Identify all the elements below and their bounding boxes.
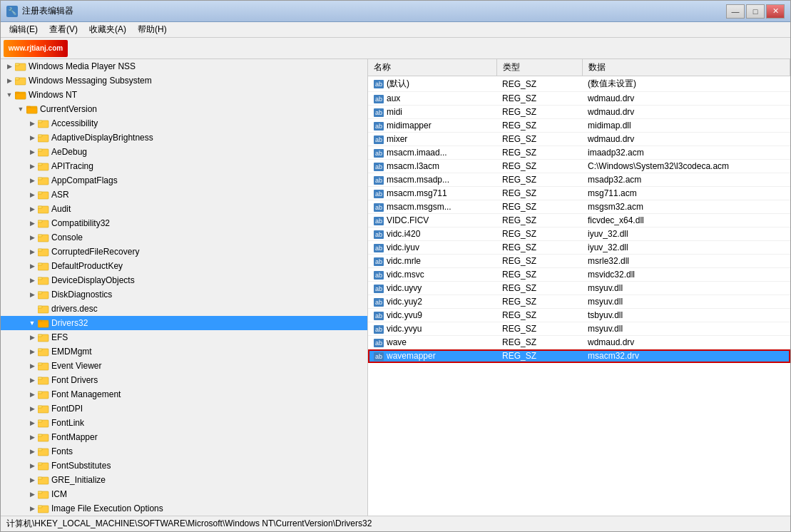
tree-item-windows-nt[interactable]: ▼ Windows NT: [1, 88, 367, 102]
folder-icon: [15, 90, 26, 100]
tree-expander[interactable]: ▶: [26, 488, 38, 500]
tree-item-fontdpi[interactable]: ▶ FontDPI: [1, 401, 367, 416]
tree-expander[interactable]: ▶: [26, 203, 38, 215]
tree-item-disk-diagnostics[interactable]: ▶ DiskDiagnostics: [1, 287, 367, 302]
tree-expander[interactable]: ▶: [4, 61, 15, 72]
tree-item-icm[interactable]: ▶ ICM: [1, 487, 367, 501]
table-row[interactable]: abvidc.iyuvREG_SZiyuv_32.dll: [368, 241, 790, 255]
menu-edit[interactable]: 编辑(E): [4, 22, 44, 37]
tree-expander[interactable]: ▶: [26, 118, 38, 129]
tree-item-asr[interactable]: ▶ ASR: [1, 188, 367, 202]
tree-expander[interactable]: ▶: [26, 417, 38, 429]
tree-expander[interactable]: ▶: [4, 75, 15, 86]
reg-type-cell: REG_SZ: [496, 214, 582, 227]
tree-item-messaging-subsystem[interactable]: ▶ Windows Messaging Subsystem: [1, 73, 367, 88]
table-row[interactable]: abmsacm.msg711REG_SZmsg711.acm: [368, 187, 790, 200]
tree-expander[interactable]: ▶: [26, 189, 38, 200]
tree-expander[interactable]: ▶: [26, 474, 38, 486]
table-row[interactable]: abmidiREG_SZwdmaud.drv: [368, 106, 790, 119]
tree-item-font-drivers[interactable]: ▶ Font Drivers: [1, 373, 367, 387]
tree-item-adaptive-display[interactable]: ▶ AdaptiveDisplayBrightness: [1, 131, 367, 145]
table-row[interactable]: abvidc.i420REG_SZiyuv_32.dll: [368, 227, 790, 241]
tree-expander[interactable]: ▼: [4, 89, 15, 101]
tree-label: AdaptiveDisplayBrightness: [51, 133, 153, 143]
tree-expander[interactable]: ▶: [26, 275, 38, 286]
reg-name-cell: abvidc.msvc: [368, 268, 496, 282]
tree-item-compatibility32[interactable]: ▶ Compatibility32: [1, 216, 367, 230]
tree-item-drivers-desc[interactable]: drivers.desc: [1, 302, 367, 316]
table-row[interactable]: abvidc.yvu9REG_SZtsbyuv.dll: [368, 309, 790, 322]
tree-item-media-player-nss[interactable]: ▶ Windows Media Player NSS: [1, 59, 367, 73]
tree-expander[interactable]: ▶: [26, 232, 38, 243]
table-row[interactable]: abwaveREG_SZwdmaud.drv: [368, 336, 790, 349]
tree-item-fonts[interactable]: ▶ Fonts: [1, 444, 367, 459]
tree-expander[interactable]: ▶: [26, 446, 38, 457]
tree-expander[interactable]: ▶: [26, 260, 38, 272]
tree-expander[interactable]: ▶: [26, 389, 38, 400]
tree-item-accessibility[interactable]: ▶ Accessibility: [1, 116, 367, 131]
table-row[interactable]: abvidc.msvcREG_SZmsvidc32.dll: [368, 268, 790, 282]
table-row[interactable]: abmixerREG_SZwdmaud.drv: [368, 133, 790, 146]
tree-item-ae-debug[interactable]: ▶ AeDebug: [1, 145, 367, 159]
tree-expander[interactable]: ▼: [15, 103, 26, 115]
tree-item-audit[interactable]: ▶ Audit: [1, 202, 367, 216]
tree-expander[interactable]: [26, 303, 38, 314]
tree-expander[interactable]: ▶: [26, 346, 38, 357]
table-row[interactable]: abmidimapperREG_SZmidimap.dll: [368, 119, 790, 133]
tree-expander[interactable]: ▶: [26, 175, 38, 186]
tree-item-appcompat-flags[interactable]: ▶ AppCompatFlags: [1, 173, 367, 188]
tree-item-console[interactable]: ▶ Console: [1, 230, 367, 245]
tree-item-fontsubstitutes[interactable]: ▶ FontSubstitutes: [1, 459, 367, 473]
tree-item-default-product-key[interactable]: ▶ DefaultProductKey: [1, 259, 367, 273]
table-row[interactable]: abwavemapperREG_SZmsacm32.drv: [368, 349, 790, 363]
table-row[interactable]: abvidc.mrleREG_SZmsrle32.dll: [368, 255, 790, 268]
table-row[interactable]: abVIDC.FICVREG_SZficvdec_x64.dll: [368, 214, 790, 227]
tree-item-event-viewer[interactable]: ▶ Event Viewer: [1, 359, 367, 373]
tree-expander[interactable]: ▶: [26, 460, 38, 471]
tree-expander[interactable]: ▶: [26, 132, 38, 143]
maximize-button[interactable]: □: [746, 4, 765, 19]
tree-item-current-version[interactable]: ▼ CurrentVersion: [1, 102, 367, 116]
tree-item-fontmapper[interactable]: ▶ FontMapper: [1, 430, 367, 444]
tree-expander[interactable]: ▶: [26, 289, 38, 300]
tree-expander[interactable]: ▶: [26, 246, 38, 257]
tree-expander[interactable]: ▶: [26, 431, 38, 443]
tree-expander[interactable]: ▶: [26, 160, 38, 172]
tree-item-image-file-execution[interactable]: ▶ Image File Execution Options: [1, 501, 367, 516]
tree-item-fontlink[interactable]: ▶ FontLink: [1, 416, 367, 430]
tree-item-font-management[interactable]: ▶ Font Management: [1, 387, 367, 401]
tree-expander[interactable]: ▶: [26, 374, 38, 386]
tree-item-efs[interactable]: ▶ EFS: [1, 330, 367, 344]
table-row[interactable]: abmsacm.msadp...REG_SZmsadp32.acm: [368, 173, 790, 187]
table-row[interactable]: abauxREG_SZwdmaud.drv: [368, 92, 790, 106]
tree-view[interactable]: ▶ Windows Media Player NSS▶ Windows Mess…: [1, 59, 367, 516]
table-row[interactable]: abvidc.yvyuREG_SZmsyuv.dll: [368, 322, 790, 336]
tree-item-emdmgmt[interactable]: ▶ EMDMgmt: [1, 344, 367, 359]
tree-item-gre-initialize[interactable]: ▶ GRE_Initialize: [1, 473, 367, 487]
menu-favorites[interactable]: 收藏夹(A): [83, 22, 132, 37]
table-row[interactable]: ab(默认)REG_SZ(数值未设置): [368, 76, 790, 92]
tree-item-drivers32[interactable]: ▼ Drivers32: [1, 316, 367, 330]
tree-expander[interactable]: ▼: [26, 317, 38, 329]
tree-expander[interactable]: ▶: [26, 146, 38, 158]
svg-rect-37: [38, 306, 42, 308]
tree-expander[interactable]: ▶: [26, 218, 38, 229]
table-row[interactable]: abvidc.uyvyREG_SZmsyuv.dll: [368, 282, 790, 295]
tree-expander[interactable]: ▶: [26, 360, 38, 372]
table-row[interactable]: abvidc.yuy2REG_SZmsyuv.dll: [368, 295, 790, 309]
tree-expander[interactable]: ▶: [26, 503, 38, 514]
tree-item-device-display[interactable]: ▶ DeviceDisplayObjects: [1, 273, 367, 287]
minimize-button[interactable]: —: [726, 4, 745, 19]
tree-expander[interactable]: ▶: [26, 332, 38, 343]
menu-view[interactable]: 查看(V): [44, 22, 83, 37]
table-row[interactable]: abmsacm.imaad...REG_SZimaadp32.acm: [368, 146, 790, 160]
tree-item-api-tracing[interactable]: ▶ APITracing: [1, 159, 367, 173]
tree-item-corrupted-file[interactable]: ▶ CorruptedFileRecovery: [1, 245, 367, 259]
close-button[interactable]: ✕: [766, 4, 785, 19]
table-row[interactable]: abmsacm.l3acmREG_SZC:\Windows\System32\l…: [368, 160, 790, 173]
reg-data-cell: imaadp32.acm: [582, 146, 790, 160]
folder-icon: [38, 361, 49, 371]
tree-expander[interactable]: ▶: [26, 403, 38, 414]
menu-help[interactable]: 帮助(H): [132, 22, 173, 37]
table-row[interactable]: abmsacm.msgsm...REG_SZmsgsm32.acm: [368, 200, 790, 214]
